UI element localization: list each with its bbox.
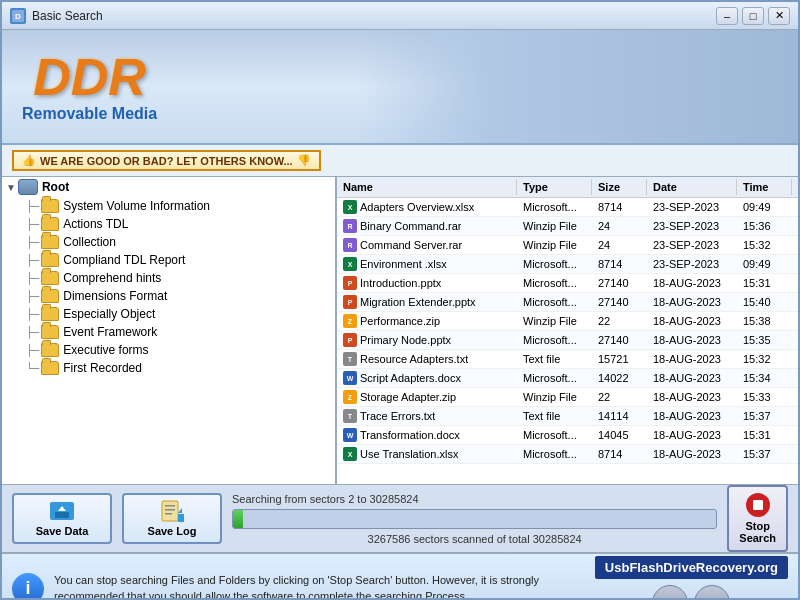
list-item[interactable]: ├─ Collection bbox=[2, 233, 335, 251]
file-name: W Script Adapters.docx bbox=[337, 370, 517, 386]
file-time: 15:31 bbox=[737, 428, 792, 442]
stop-search-button[interactable]: StopSearch bbox=[727, 485, 788, 552]
svg-text:D: D bbox=[15, 12, 21, 21]
feedback-icon2: 👎 bbox=[297, 154, 311, 167]
progress-fill bbox=[233, 510, 243, 528]
file-type-icon: Z bbox=[343, 314, 357, 328]
table-row[interactable]: R Binary Command.rar Winzip File 24 23-S… bbox=[337, 217, 798, 236]
app-icon: D bbox=[10, 8, 26, 24]
table-row[interactable]: P Introduction.pptx Microsoft... 27140 1… bbox=[337, 274, 798, 293]
file-name: X Adapters Overview.xlsx bbox=[337, 199, 517, 215]
list-item[interactable]: ├─ System Volume Information bbox=[2, 197, 335, 215]
file-type: Microsoft... bbox=[517, 257, 592, 271]
tree-connector: ├─ bbox=[26, 254, 39, 267]
feedback-label: WE ARE GOOD OR BAD? LET OTHERS KNOW... bbox=[40, 155, 293, 167]
svg-marker-10 bbox=[178, 508, 182, 513]
table-row[interactable]: W Script Adapters.docx Microsoft... 1402… bbox=[337, 369, 798, 388]
file-type: Text file bbox=[517, 409, 592, 423]
save-log-button[interactable]: Save Log bbox=[122, 493, 222, 544]
table-row[interactable]: T Resource Adapters.txt Text file 15721 … bbox=[337, 350, 798, 369]
file-size: 22 bbox=[592, 314, 647, 328]
file-size: 27140 bbox=[592, 333, 647, 347]
file-type-icon: P bbox=[343, 276, 357, 290]
list-item[interactable]: ├─ Compliand TDL Report bbox=[2, 251, 335, 269]
file-name: W Transformation.docx bbox=[337, 427, 517, 443]
list-item[interactable]: ├─ Event Framework bbox=[2, 323, 335, 341]
file-type: Text file bbox=[517, 352, 592, 366]
file-type-icon: X bbox=[343, 257, 357, 271]
svg-rect-7 bbox=[165, 509, 175, 511]
tree-connector: ├─ bbox=[26, 290, 39, 303]
file-type: Microsoft... bbox=[517, 276, 592, 290]
tree-item-label: Compliand TDL Report bbox=[63, 253, 185, 267]
table-row[interactable]: X Adapters Overview.xlsx Microsoft... 87… bbox=[337, 198, 798, 217]
table-row[interactable]: P Migration Extender.pptx Microsoft... 2… bbox=[337, 293, 798, 312]
svg-rect-6 bbox=[165, 505, 175, 507]
table-row[interactable]: X Use Translation.xlsx Microsoft... 8714… bbox=[337, 445, 798, 464]
list-item[interactable]: ├─ Executive forms bbox=[2, 341, 335, 359]
tree-item-label: Collection bbox=[63, 235, 116, 249]
file-type-icon: Z bbox=[343, 390, 357, 404]
file-date: 18-AUG-2023 bbox=[647, 371, 737, 385]
tree-connector: ├─ bbox=[26, 326, 39, 339]
main-content: ▼ Root ├─ System Volume Information ├─ A… bbox=[2, 177, 798, 485]
file-date: 18-AUG-2023 bbox=[647, 314, 737, 328]
table-row[interactable]: Z Storage Adapter.zip Winzip File 22 18-… bbox=[337, 388, 798, 407]
file-type-icon: W bbox=[343, 428, 357, 442]
file-name: T Trace Errors.txt bbox=[337, 408, 517, 424]
prev-button[interactable]: ◀ bbox=[652, 585, 688, 600]
stop-search-label: StopSearch bbox=[739, 520, 776, 544]
file-type-icon: R bbox=[343, 238, 357, 252]
stop-icon bbox=[746, 493, 770, 517]
tree-scroll[interactable]: ▼ Root ├─ System Volume Information ├─ A… bbox=[2, 177, 335, 484]
file-time: 15:36 bbox=[737, 219, 792, 233]
file-type-icon: X bbox=[343, 447, 357, 461]
file-date: 18-AUG-2023 bbox=[647, 333, 737, 347]
tree-root[interactable]: ▼ Root bbox=[2, 177, 335, 197]
folder-icon bbox=[41, 361, 59, 375]
list-item[interactable]: ├─ Dimensions Format bbox=[2, 287, 335, 305]
table-row[interactable]: Z Performance.zip Winzip File 22 18-AUG-… bbox=[337, 312, 798, 331]
save-data-button[interactable]: Save Data bbox=[12, 493, 112, 544]
file-type: Winzip File bbox=[517, 219, 592, 233]
col-header-name: Name bbox=[337, 179, 517, 195]
svg-rect-3 bbox=[55, 512, 69, 518]
file-name: Z Storage Adapter.zip bbox=[337, 389, 517, 405]
file-type-icon: T bbox=[343, 352, 357, 366]
progress-section: Searching from sectors 2 to 30285824 326… bbox=[232, 493, 717, 545]
table-row[interactable]: X Environment .xlsx Microsoft... 8714 23… bbox=[337, 255, 798, 274]
tree-item-label: Especially Object bbox=[63, 307, 155, 321]
file-date: 18-AUG-2023 bbox=[647, 447, 737, 461]
feedback-icon: 👍 bbox=[22, 154, 36, 167]
folder-icon bbox=[41, 289, 59, 303]
list-item[interactable]: ├─ Actions TDL bbox=[2, 215, 335, 233]
feedback-button[interactable]: 👍 WE ARE GOOD OR BAD? LET OTHERS KNOW...… bbox=[12, 150, 321, 171]
table-row[interactable]: W Transformation.docx Microsoft... 14045… bbox=[337, 426, 798, 445]
feedback-bar: 👍 WE ARE GOOD OR BAD? LET OTHERS KNOW...… bbox=[2, 145, 798, 177]
file-time: 15:37 bbox=[737, 447, 792, 461]
table-row[interactable]: P Primary Node.pptx Microsoft... 27140 1… bbox=[337, 331, 798, 350]
list-item[interactable]: └─ First Recorded bbox=[2, 359, 335, 377]
col-header-size: Size bbox=[592, 179, 647, 195]
list-item[interactable]: ├─ Especially Object bbox=[2, 305, 335, 323]
close-button[interactable]: ✕ bbox=[768, 7, 790, 25]
tree-item-label: Executive forms bbox=[63, 343, 148, 357]
minimize-button[interactable]: – bbox=[716, 7, 738, 25]
save-data-label: Save Data bbox=[36, 525, 89, 537]
save-log-label: Save Log bbox=[148, 525, 197, 537]
maximize-button[interactable]: □ bbox=[742, 7, 764, 25]
file-date: 23-SEP-2023 bbox=[647, 219, 737, 233]
file-size: 24 bbox=[592, 238, 647, 252]
file-name: Z Performance.zip bbox=[337, 313, 517, 329]
file-type: Microsoft... bbox=[517, 428, 592, 442]
file-time: 15:34 bbox=[737, 371, 792, 385]
next-button[interactable]: ▶ bbox=[694, 585, 730, 600]
file-panel: Name Type Size Date Time X Adapters Over… bbox=[337, 177, 798, 484]
folder-icon bbox=[41, 199, 59, 213]
table-row[interactable]: T Trace Errors.txt Text file 14114 18-AU… bbox=[337, 407, 798, 426]
header-banner bbox=[358, 30, 798, 143]
col-header-date: Date bbox=[647, 179, 737, 195]
tree-item-label: Event Framework bbox=[63, 325, 157, 339]
table-row[interactable]: R Command Server.rar Winzip File 24 23-S… bbox=[337, 236, 798, 255]
list-item[interactable]: ├─ Comprehend hints bbox=[2, 269, 335, 287]
